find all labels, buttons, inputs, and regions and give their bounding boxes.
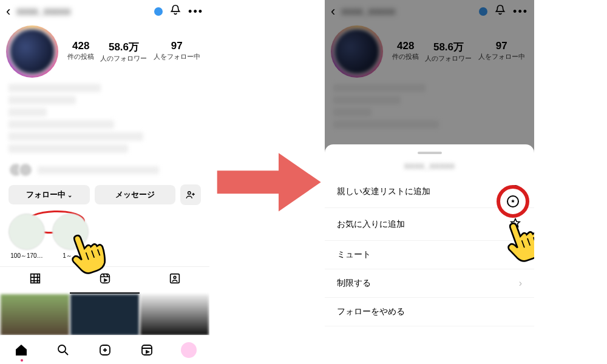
story-highlights: 100～170… 1～…	[0, 210, 209, 264]
nav-search-icon[interactable]	[42, 335, 84, 364]
right-screen: ‹ xxxx_xxxxx ••• 428件の投稿 58.6万人のフォロワー 97…	[325, 0, 534, 364]
star-outline-icon	[509, 217, 522, 232]
chevron-right-icon: ›	[519, 278, 522, 289]
svg-point-3	[58, 345, 66, 352]
profile-avatar	[8, 27, 56, 76]
menu-icon[interactable]: •••	[188, 5, 203, 18]
close-friends-star-icon	[507, 195, 519, 207]
highlight-item[interactable]: 100～170…	[8, 214, 45, 260]
sheet-row-unfollow[interactable]: フォローをやめる	[325, 298, 534, 326]
bio-section	[0, 80, 209, 160]
tab-grid[interactable]	[0, 267, 70, 294]
sheet-grabber[interactable]	[418, 152, 442, 154]
profile-stats-row: 428 件の投稿 58.6万 人のフォロワー 97 人をフォロー中	[0, 23, 209, 80]
nav-reels-icon[interactable]	[126, 335, 168, 364]
stat-followers[interactable]: 58.6万 人のフォロワー	[100, 40, 147, 63]
suggest-users-button[interactable]	[180, 184, 201, 205]
action-buttons: フォロー中⌄ メッセージ	[0, 180, 209, 210]
chevron-down-icon: ⌄	[67, 192, 72, 198]
sheet-row-mute[interactable]: ミュート ›	[325, 241, 534, 269]
post-thumbnail[interactable]	[140, 294, 209, 335]
stat-posts[interactable]: 428 件の投稿	[67, 40, 94, 63]
posts-grid	[0, 294, 209, 336]
nav-profile-icon[interactable]	[168, 335, 209, 364]
tab-tagged[interactable]	[140, 267, 209, 294]
back-icon[interactable]: ‹	[6, 4, 10, 19]
bottom-nav	[0, 335, 209, 364]
nav-create-icon[interactable]	[84, 335, 126, 364]
sheet-title: xxxx_xxxxx	[325, 160, 534, 170]
stat-following[interactable]: 97 人をフォロー中	[154, 40, 200, 63]
svg-point-2	[174, 276, 176, 278]
post-thumbnail[interactable]	[70, 294, 139, 335]
following-button[interactable]: フォロー中⌄	[8, 185, 90, 204]
username[interactable]: xxxx_xxxxx	[16, 6, 146, 17]
svg-rect-0	[100, 274, 109, 283]
post-thumbnail[interactable]	[1, 294, 69, 335]
profile-header: ‹ xxxx_xxxxx •••	[0, 0, 209, 23]
sheet-row-restrict[interactable]: 制限する ›	[325, 269, 534, 298]
story-ring[interactable]	[6, 25, 58, 78]
nav-indicator	[21, 359, 23, 362]
following-sheet: xxxx_xxxxx 親しい友達リストに追加 お気に入りに追加 ミュート › 制…	[325, 144, 534, 364]
message-button[interactable]: メッセージ	[95, 185, 176, 204]
verified-badge-icon	[154, 7, 163, 16]
highlight-item[interactable]: 1～…	[52, 214, 89, 260]
chevron-right-icon: ›	[519, 249, 522, 260]
content-tabs	[0, 266, 209, 294]
tab-reels[interactable]	[70, 267, 140, 294]
svg-rect-5	[142, 345, 152, 355]
annotation-circle	[497, 185, 529, 218]
arrow-annotation	[209, 0, 325, 364]
notifications-icon[interactable]	[169, 4, 182, 19]
mutual-followers[interactable]	[0, 160, 209, 180]
left-screen: ‹ xxxx_xxxxx ••• 428 件の投稿 58.6万 人のフォロワー …	[0, 0, 209, 364]
